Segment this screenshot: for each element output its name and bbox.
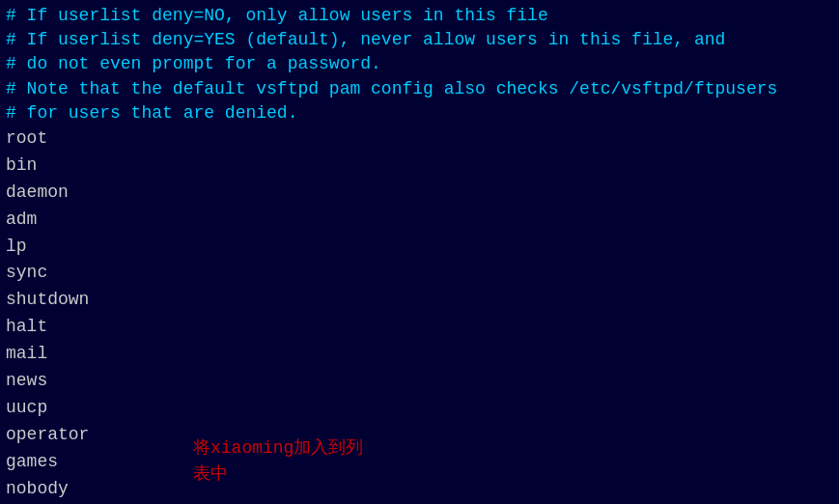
annotation-line1: 将xiaoming加入到列	[193, 435, 363, 459]
comment-line-5: # for users that are denied.	[6, 101, 833, 126]
user-games: games	[6, 449, 833, 476]
user-daemon: daemon	[6, 180, 833, 207]
comment-line-3: # do not even prompt for a password.	[6, 52, 833, 76]
user-adm: adm	[6, 207, 833, 234]
user-lp: lp	[6, 234, 833, 261]
user-mail: mail	[6, 341, 833, 368]
user-root: root	[6, 126, 833, 153]
user-shutdown: shutdown	[6, 287, 833, 314]
comment-line-4: # Note that the default vsftpd pam confi…	[6, 77, 833, 101]
user-news: news	[6, 368, 833, 395]
user-nobody: nobody	[6, 476, 833, 503]
user-halt: halt	[6, 314, 833, 341]
user-operator: operator	[6, 422, 833, 449]
comment-line-1: # If userlist deny=NO, only allow users …	[6, 4, 833, 28]
user-bin: bin	[6, 153, 833, 180]
terminal-window: # If userlist deny=NO, only allow users …	[0, 0, 839, 504]
annotation-line2: 表中	[193, 462, 228, 485]
user-uucp: uucp	[6, 395, 833, 422]
user-sync: sync	[6, 260, 833, 287]
comment-line-2: # If userlist deny=YES (default), never …	[6, 28, 833, 52]
